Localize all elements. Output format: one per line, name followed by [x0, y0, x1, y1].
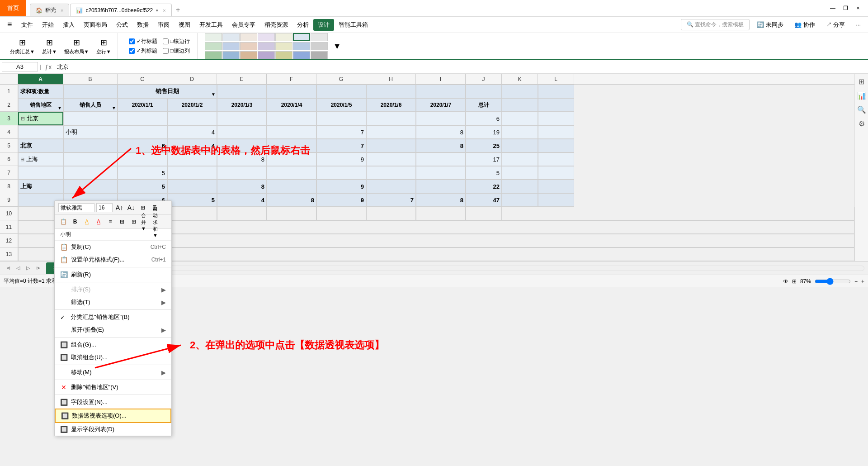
- menu-pagelayout[interactable]: 页面布局: [79, 19, 112, 31]
- sheet-nav-next[interactable]: ▷: [24, 264, 33, 273]
- theme-cell[interactable]: [240, 51, 257, 59]
- menu-file[interactable]: 文件: [17, 19, 38, 31]
- cell-k1[interactable]: [502, 85, 538, 98]
- ctx-format-cell[interactable]: 📋 设置单元格格式(F)... Ctrl+1: [55, 253, 171, 266]
- check-banded-rows[interactable]: □镶边行: [163, 38, 190, 45]
- new-tab-button[interactable]: +: [173, 5, 184, 15]
- cell-f6[interactable]: [267, 152, 316, 166]
- cell-g3[interactable]: [316, 112, 366, 125]
- cell-a3-selected[interactable]: ⊟ 北京: [18, 112, 63, 125]
- cell-c4[interactable]: [118, 125, 167, 139]
- check-col-header[interactable]: ✓列标题: [129, 47, 157, 55]
- cell-f10[interactable]: [267, 207, 316, 220]
- cell-d4[interactable]: 4: [167, 125, 217, 139]
- cell-d5[interactable]: 4: [167, 139, 217, 152]
- tab-close-daoke[interactable]: ×: [61, 8, 63, 13]
- print-icon[interactable]: ⊞: [792, 278, 797, 285]
- theme-cell[interactable]: [258, 33, 275, 41]
- cell-b3[interactable]: [63, 112, 118, 125]
- cell-i4[interactable]: 8: [416, 125, 466, 139]
- ctx-field-settings[interactable]: 🔲 字段设置(N)...: [55, 396, 171, 409]
- menu-analyze[interactable]: 分析: [292, 19, 313, 31]
- cell-h6[interactable]: [366, 152, 416, 166]
- cell-j3[interactable]: 6: [466, 112, 502, 125]
- ctx-pivot-options[interactable]: 🔲 数据透视表选项(O)...: [55, 409, 171, 423]
- theme-cell-selected[interactable]: [293, 33, 310, 41]
- cell-j5[interactable]: 25: [466, 139, 502, 152]
- cell-l7[interactable]: [538, 166, 574, 180]
- theme-cell[interactable]: [275, 42, 292, 50]
- collab-button[interactable]: 👥 协作: [791, 19, 819, 31]
- cell-h8[interactable]: [366, 180, 416, 193]
- check-banded-cols[interactable]: □镶边列: [163, 47, 190, 55]
- theme-scroll-down[interactable]: ▼: [330, 42, 345, 51]
- ctx-merge-label[interactable]: 合并▼: [141, 217, 151, 227]
- ctx-border[interactable]: ⊞: [117, 217, 127, 227]
- cell-d2[interactable]: 2020/1/2: [167, 98, 217, 112]
- cell-d7[interactable]: [167, 166, 217, 180]
- ctx-expand[interactable]: 展开/折叠(E) ▶: [55, 323, 171, 336]
- cell-k3[interactable]: [502, 112, 538, 125]
- theme-cell[interactable]: [293, 42, 310, 50]
- cell-d9[interactable]: 5: [167, 193, 217, 207]
- sidebar-icon-3[interactable]: 🔍: [857, 105, 866, 114]
- cell-j8[interactable]: 22: [466, 180, 502, 193]
- formula-input[interactable]: [55, 63, 866, 70]
- cell-b5[interactable]: [63, 139, 118, 152]
- theme-cell[interactable]: [205, 33, 222, 41]
- ctx-align-left[interactable]: ≡: [105, 217, 115, 227]
- cell-j4[interactable]: 19: [466, 125, 502, 139]
- cell-e4[interactable]: [217, 125, 267, 139]
- menu-member[interactable]: 会员专享: [227, 19, 260, 31]
- hamburger-menu[interactable]: ≡: [4, 20, 16, 29]
- theme-cell[interactable]: [205, 42, 222, 50]
- zoom-out-icon[interactable]: −: [854, 278, 858, 285]
- cell-d10[interactable]: [167, 207, 217, 220]
- zoom-slider[interactable]: [815, 278, 851, 285]
- menu-smarttools[interactable]: 智能工具箱: [334, 19, 373, 31]
- ctx-subtotal[interactable]: ✓ 分类汇总"销售地区"(B): [55, 311, 171, 323]
- cell-j9[interactable]: 47: [466, 193, 502, 207]
- grandtotal-button[interactable]: ⊞ 总计▼: [39, 36, 60, 57]
- cell-c6[interactable]: [118, 152, 167, 166]
- cell-a6[interactable]: ⊟ 上海: [18, 152, 63, 166]
- cell-k8[interactable]: [502, 180, 538, 193]
- theme-cell[interactable]: [293, 51, 310, 59]
- cell-g8[interactable]: 9: [316, 180, 366, 193]
- cell-g2[interactable]: 2020/1/5: [316, 98, 366, 112]
- cell-k7[interactable]: [502, 166, 538, 180]
- cell-d8[interactable]: [167, 180, 217, 193]
- cell-g1[interactable]: [316, 85, 366, 98]
- cell-c5[interactable]: 6: [118, 139, 167, 152]
- theme-cell[interactable]: [311, 51, 328, 59]
- cell-j7[interactable]: 5: [466, 166, 502, 180]
- cell-k4[interactable]: [502, 125, 538, 139]
- cell-l1[interactable]: [538, 85, 574, 98]
- cell-l2[interactable]: [538, 98, 574, 112]
- cell-g9[interactable]: 9: [316, 193, 366, 207]
- cell-c2[interactable]: 2020/1/1: [118, 98, 167, 112]
- menu-developer[interactable]: 开发工具: [195, 19, 227, 31]
- cell-j2[interactable]: 总计: [466, 98, 502, 112]
- ctx-sort[interactable]: 排序(S) ▶: [55, 283, 171, 296]
- cell-k9[interactable]: [502, 193, 538, 207]
- cell-b1[interactable]: [63, 85, 118, 98]
- theme-cell[interactable]: [258, 51, 275, 59]
- cell-rest-11[interactable]: [63, 220, 854, 234]
- cell-f7[interactable]: [267, 166, 316, 180]
- ctx-fill-button[interactable]: ⊞: [138, 203, 148, 213]
- cell-a8[interactable]: 上海: [18, 180, 63, 193]
- search-command[interactable]: 🔍 查找命令，搜索模板: [681, 19, 750, 30]
- cell-rest-10[interactable]: [502, 207, 854, 220]
- cell-rest-13[interactable]: [63, 247, 854, 261]
- cell-h1[interactable]: [366, 85, 416, 98]
- cell-e9[interactable]: 4: [217, 193, 267, 207]
- cell-l5[interactable]: [538, 139, 574, 152]
- theme-cell[interactable]: [205, 51, 222, 59]
- formula-function-icon[interactable]: ƒx: [43, 63, 53, 71]
- sidebar-icon-2[interactable]: 📊: [857, 91, 866, 100]
- cell-l6[interactable]: [538, 152, 574, 166]
- cell-rest-12[interactable]: [63, 234, 854, 247]
- dropdown-icon-b2[interactable]: ▼: [112, 105, 116, 110]
- menu-daoke-res[interactable]: 稻壳资源: [260, 19, 292, 31]
